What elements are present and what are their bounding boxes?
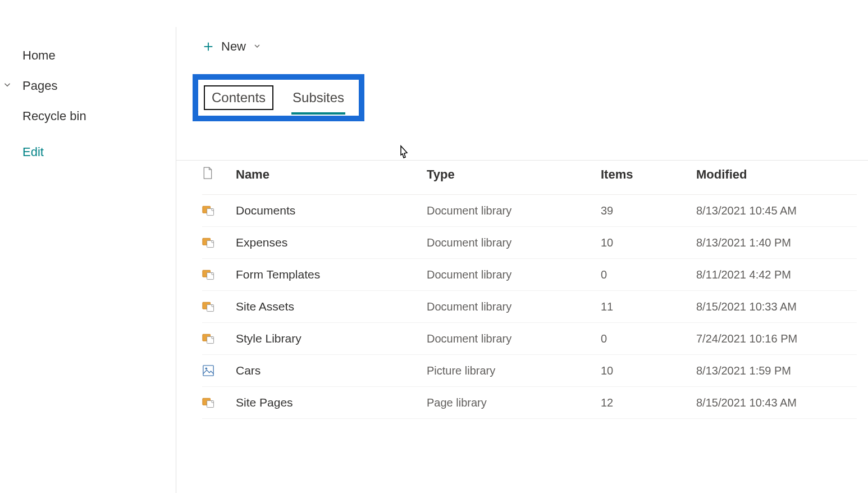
row-type: Document library xyxy=(427,268,601,281)
row-type: Document library xyxy=(427,236,601,249)
svg-rect-3 xyxy=(207,209,214,216)
nav-recyclebin-label: Recycle bin xyxy=(22,109,86,124)
table-row[interactable]: Style LibraryDocument library07/24/2021 … xyxy=(202,323,857,355)
row-items: 0 xyxy=(601,268,696,281)
table-row[interactable]: Site PagesPage library128/15/2021 10:43 … xyxy=(202,387,857,419)
svg-rect-5 xyxy=(207,241,214,248)
row-type: Picture library xyxy=(427,364,601,377)
row-modified: 8/13/2021 1:59 PM xyxy=(696,364,857,377)
row-type: Document library xyxy=(427,204,601,217)
row-items: 12 xyxy=(601,396,696,409)
nav-pages-label: Pages xyxy=(22,79,57,93)
row-modified: 8/15/2021 10:33 AM xyxy=(696,300,857,313)
new-button[interactable]: New xyxy=(202,39,262,54)
contents-table: Name Type Items Modified DocumentsDocume… xyxy=(202,159,868,419)
col-name-header[interactable]: Name xyxy=(236,167,427,182)
tab-contents-label: Contents xyxy=(212,90,266,105)
svg-rect-7 xyxy=(207,273,214,280)
row-items: 10 xyxy=(601,236,696,249)
file-icon xyxy=(202,166,236,183)
col-type-header[interactable]: Type xyxy=(427,167,601,182)
chevron-down-icon xyxy=(253,39,262,54)
table-header-row: Name Type Items Modified xyxy=(202,159,857,195)
new-button-label: New xyxy=(221,39,246,54)
tab-contents[interactable]: Contents xyxy=(204,85,273,110)
document-library-icon xyxy=(202,300,214,313)
table-row[interactable]: DocumentsDocument library398/13/2021 10:… xyxy=(202,195,857,227)
sidebar: Home Pages Recycle bin Edit xyxy=(0,27,176,493)
row-type: Document library xyxy=(427,300,601,313)
row-name[interactable]: Expenses xyxy=(236,236,427,249)
tab-row: Contents Subsites xyxy=(204,85,351,110)
svg-rect-11 xyxy=(207,337,214,344)
document-library-icon xyxy=(202,236,214,249)
row-modified: 8/13/2021 10:45 AM xyxy=(696,204,857,217)
svg-rect-12 xyxy=(203,366,213,376)
picture-library-icon xyxy=(202,364,214,377)
nav-home[interactable]: Home xyxy=(0,40,176,71)
row-type: Document library xyxy=(427,332,601,345)
tab-subsites-label: Subsites xyxy=(293,90,344,105)
table-row[interactable]: Site AssetsDocument library118/15/2021 1… xyxy=(202,291,857,323)
page-layout: Home Pages Recycle bin Edit New xyxy=(0,27,868,493)
document-library-icon xyxy=(202,332,214,345)
row-type: Page library xyxy=(427,396,601,409)
col-items-header[interactable]: Items xyxy=(601,167,696,182)
row-name[interactable]: Cars xyxy=(236,364,427,377)
svg-rect-15 xyxy=(207,401,214,408)
nav-home-label: Home xyxy=(22,48,56,63)
tabs-highlight: Contents Subsites xyxy=(193,74,364,121)
row-modified: 8/15/2021 10:43 AM xyxy=(696,396,857,409)
document-library-icon xyxy=(202,396,214,409)
row-name[interactable]: Documents xyxy=(236,204,427,217)
row-items: 11 xyxy=(601,300,696,313)
nav-pages[interactable]: Pages xyxy=(0,71,176,101)
chevron-down-icon xyxy=(2,79,12,93)
row-name[interactable]: Style Library xyxy=(236,332,427,345)
row-items: 10 xyxy=(601,364,696,377)
svg-rect-9 xyxy=(207,305,214,312)
main-content: New Contents Subsites xyxy=(176,27,868,493)
row-name[interactable]: Form Templates xyxy=(236,268,427,281)
nav-edit-link[interactable]: Edit xyxy=(0,137,176,167)
svg-point-13 xyxy=(205,368,208,370)
tab-subsites[interactable]: Subsites xyxy=(286,86,351,109)
top-spacer xyxy=(0,0,868,27)
row-items: 0 xyxy=(601,332,696,345)
row-modified: 8/13/2021 1:40 PM xyxy=(696,236,857,249)
row-items: 39 xyxy=(601,204,696,217)
table-row[interactable]: CarsPicture library108/13/2021 1:59 PM xyxy=(202,355,857,387)
row-modified: 7/24/2021 10:16 PM xyxy=(696,332,857,345)
row-name[interactable]: Site Pages xyxy=(236,396,427,409)
nav-recyclebin[interactable]: Recycle bin xyxy=(0,101,176,131)
document-library-icon xyxy=(202,268,214,281)
col-modified-header[interactable]: Modified xyxy=(696,167,857,182)
nav-edit-label: Edit xyxy=(22,145,44,159)
row-modified: 8/11/2021 4:42 PM xyxy=(696,268,857,281)
table-row[interactable]: Form TemplatesDocument library08/11/2021… xyxy=(202,259,857,291)
row-name[interactable]: Site Assets xyxy=(236,300,427,313)
table-row[interactable]: ExpensesDocument library108/13/2021 1:40… xyxy=(202,227,857,259)
plus-icon xyxy=(202,40,214,53)
document-library-icon xyxy=(202,204,214,217)
horizontal-divider xyxy=(176,160,868,161)
toolbar: New xyxy=(202,39,868,54)
table-body: DocumentsDocument library398/13/2021 10:… xyxy=(202,195,857,419)
